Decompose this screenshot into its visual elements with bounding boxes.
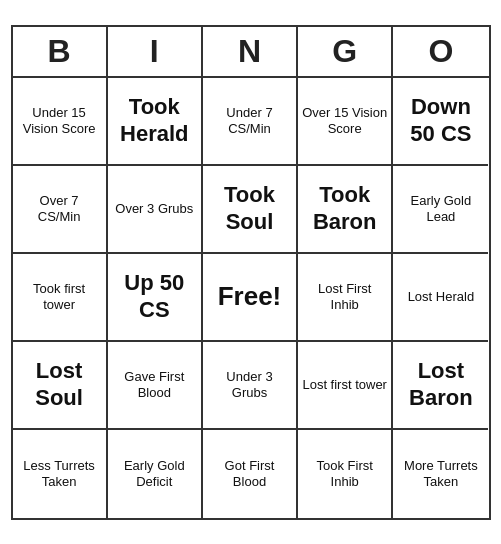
bingo-grid: Under 15 Vision ScoreTook HeraldUnder 7 … (13, 78, 489, 518)
bingo-cell-16: Gave First Blood (108, 342, 203, 430)
bingo-cell-7: Took Soul (203, 166, 298, 254)
bingo-cell-9: Early Gold Lead (393, 166, 488, 254)
bingo-cell-20: Less Turrets Taken (13, 430, 108, 518)
bingo-card: BINGO Under 15 Vision ScoreTook HeraldUn… (11, 25, 491, 520)
bingo-cell-3: Over 15 Vision Score (298, 78, 393, 166)
header-letter-I: I (108, 27, 203, 76)
bingo-cell-13: Lost First Inhib (298, 254, 393, 342)
bingo-cell-8: Took Baron (298, 166, 393, 254)
bingo-cell-18: Lost first tower (298, 342, 393, 430)
bingo-cell-10: Took first tower (13, 254, 108, 342)
header-letter-O: O (393, 27, 488, 76)
bingo-cell-4: Down 50 CS (393, 78, 488, 166)
bingo-cell-1: Took Herald (108, 78, 203, 166)
header-letter-G: G (298, 27, 393, 76)
bingo-cell-0: Under 15 Vision Score (13, 78, 108, 166)
header-letter-N: N (203, 27, 298, 76)
bingo-header: BINGO (13, 27, 489, 78)
bingo-cell-19: Lost Baron (393, 342, 488, 430)
bingo-cell-12: Free! (203, 254, 298, 342)
bingo-cell-24: More Turrets Taken (393, 430, 488, 518)
bingo-cell-14: Lost Herald (393, 254, 488, 342)
bingo-cell-2: Under 7 CS/Min (203, 78, 298, 166)
bingo-cell-17: Under 3 Grubs (203, 342, 298, 430)
bingo-cell-15: Lost Soul (13, 342, 108, 430)
bingo-cell-23: Took First Inhib (298, 430, 393, 518)
bingo-cell-22: Got First Blood (203, 430, 298, 518)
bingo-cell-5: Over 7 CS/Min (13, 166, 108, 254)
bingo-cell-11: Up 50 CS (108, 254, 203, 342)
bingo-cell-6: Over 3 Grubs (108, 166, 203, 254)
bingo-cell-21: Early Gold Deficit (108, 430, 203, 518)
header-letter-B: B (13, 27, 108, 76)
